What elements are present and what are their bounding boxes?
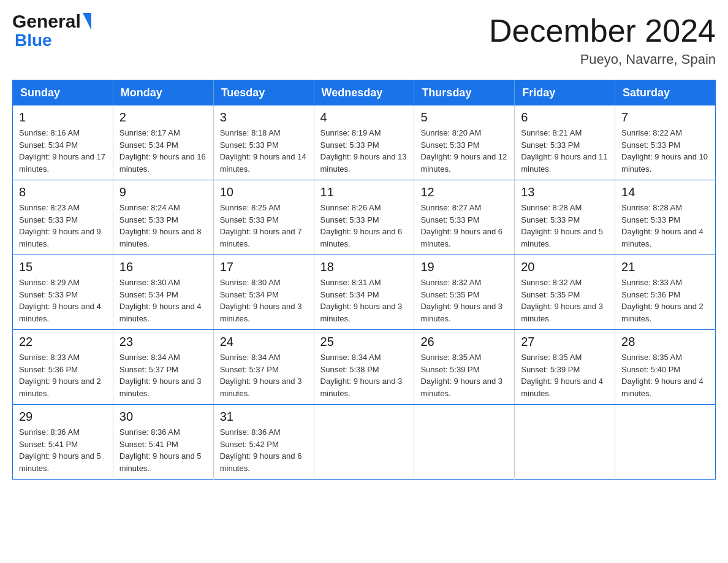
day-number: 19 xyxy=(420,260,508,274)
week-row-3: 15 Sunrise: 8:29 AM Sunset: 5:33 PM Dayl… xyxy=(13,255,716,330)
calendar-cell: 10 Sunrise: 8:25 AM Sunset: 5:33 PM Dayl… xyxy=(213,180,314,255)
day-info: Sunrise: 8:20 AM Sunset: 5:33 PM Dayligh… xyxy=(420,127,508,175)
calendar-cell: 7 Sunrise: 8:22 AM Sunset: 5:33 PM Dayli… xyxy=(615,105,716,180)
day-number: 14 xyxy=(621,185,709,199)
day-number: 26 xyxy=(420,335,508,349)
day-number: 21 xyxy=(621,260,709,274)
week-row-2: 8 Sunrise: 8:23 AM Sunset: 5:33 PM Dayli… xyxy=(13,180,716,255)
day-number: 23 xyxy=(119,335,207,349)
calendar-cell: 22 Sunrise: 8:33 AM Sunset: 5:36 PM Dayl… xyxy=(13,330,113,405)
calendar-cell: 26 Sunrise: 8:35 AM Sunset: 5:39 PM Dayl… xyxy=(414,330,515,405)
calendar-cell: 24 Sunrise: 8:34 AM Sunset: 5:37 PM Dayl… xyxy=(213,330,314,405)
day-info: Sunrise: 8:22 AM Sunset: 5:33 PM Dayligh… xyxy=(621,127,709,175)
day-number: 15 xyxy=(19,260,107,274)
location-text: Pueyo, Navarre, Spain xyxy=(489,52,716,67)
day-info: Sunrise: 8:27 AM Sunset: 5:33 PM Dayligh… xyxy=(420,202,508,250)
day-number: 10 xyxy=(220,185,308,199)
calendar-cell: 30 Sunrise: 8:36 AM Sunset: 5:41 PM Dayl… xyxy=(113,405,213,480)
day-info: Sunrise: 8:36 AM Sunset: 5:41 PM Dayligh… xyxy=(19,426,107,474)
month-title: December 2024 xyxy=(489,12,716,49)
weekday-header-saturday: Saturday xyxy=(615,80,716,106)
calendar-cell: 27 Sunrise: 8:35 AM Sunset: 5:39 PM Dayl… xyxy=(515,330,615,405)
day-number: 27 xyxy=(521,335,609,349)
calendar-cell: 4 Sunrise: 8:19 AM Sunset: 5:33 PM Dayli… xyxy=(314,105,414,180)
calendar-cell: 2 Sunrise: 8:17 AM Sunset: 5:34 PM Dayli… xyxy=(113,105,213,180)
day-number: 24 xyxy=(220,335,308,349)
day-info: Sunrise: 8:18 AM Sunset: 5:33 PM Dayligh… xyxy=(220,127,308,175)
day-number: 16 xyxy=(119,260,207,274)
day-number: 17 xyxy=(220,260,308,274)
calendar-cell: 15 Sunrise: 8:29 AM Sunset: 5:33 PM Dayl… xyxy=(13,255,113,330)
calendar-cell: 25 Sunrise: 8:34 AM Sunset: 5:38 PM Dayl… xyxy=(314,330,414,405)
day-info: Sunrise: 8:35 AM Sunset: 5:39 PM Dayligh… xyxy=(521,351,609,399)
weekday-header-wednesday: Wednesday xyxy=(314,80,414,106)
calendar-cell xyxy=(515,405,615,480)
day-info: Sunrise: 8:32 AM Sunset: 5:35 PM Dayligh… xyxy=(420,277,508,324)
calendar-table: SundayMondayTuesdayWednesdayThursdayFrid… xyxy=(12,80,716,480)
calendar-cell xyxy=(414,405,515,480)
weekday-header-thursday: Thursday xyxy=(414,80,515,106)
calendar-cell: 13 Sunrise: 8:28 AM Sunset: 5:33 PM Dayl… xyxy=(515,180,615,255)
page-header: General Blue December 2024 Pueyo, Navarr… xyxy=(12,12,716,67)
day-info: Sunrise: 8:32 AM Sunset: 5:35 PM Dayligh… xyxy=(521,277,609,324)
calendar-cell: 11 Sunrise: 8:26 AM Sunset: 5:33 PM Dayl… xyxy=(314,180,414,255)
day-info: Sunrise: 8:34 AM Sunset: 5:37 PM Dayligh… xyxy=(220,351,308,399)
day-info: Sunrise: 8:30 AM Sunset: 5:34 PM Dayligh… xyxy=(220,277,308,324)
day-number: 31 xyxy=(220,410,308,424)
day-number: 4 xyxy=(320,110,408,124)
calendar-cell xyxy=(314,405,414,480)
day-info: Sunrise: 8:31 AM Sunset: 5:34 PM Dayligh… xyxy=(320,277,408,324)
day-info: Sunrise: 8:25 AM Sunset: 5:33 PM Dayligh… xyxy=(220,202,308,250)
week-row-1: 1 Sunrise: 8:16 AM Sunset: 5:34 PM Dayli… xyxy=(13,105,716,180)
day-number: 8 xyxy=(19,185,107,199)
calendar-cell: 12 Sunrise: 8:27 AM Sunset: 5:33 PM Dayl… xyxy=(414,180,515,255)
day-info: Sunrise: 8:33 AM Sunset: 5:36 PM Dayligh… xyxy=(621,277,709,324)
logo-blue-text: Blue xyxy=(12,31,52,50)
weekday-header-row: SundayMondayTuesdayWednesdayThursdayFrid… xyxy=(13,80,716,106)
weekday-header-monday: Monday xyxy=(113,80,213,106)
day-number: 30 xyxy=(119,410,207,424)
day-info: Sunrise: 8:34 AM Sunset: 5:38 PM Dayligh… xyxy=(320,351,408,399)
calendar-cell: 8 Sunrise: 8:23 AM Sunset: 5:33 PM Dayli… xyxy=(13,180,113,255)
logo: General Blue xyxy=(12,12,92,50)
calendar-cell: 20 Sunrise: 8:32 AM Sunset: 5:35 PM Dayl… xyxy=(515,255,615,330)
calendar-cell: 28 Sunrise: 8:35 AM Sunset: 5:40 PM Dayl… xyxy=(615,330,716,405)
calendar-cell: 6 Sunrise: 8:21 AM Sunset: 5:33 PM Dayli… xyxy=(515,105,615,180)
day-info: Sunrise: 8:21 AM Sunset: 5:33 PM Dayligh… xyxy=(521,127,609,175)
weekday-header-sunday: Sunday xyxy=(13,80,113,106)
day-info: Sunrise: 8:24 AM Sunset: 5:33 PM Dayligh… xyxy=(119,202,207,250)
day-info: Sunrise: 8:28 AM Sunset: 5:33 PM Dayligh… xyxy=(521,202,609,250)
day-info: Sunrise: 8:26 AM Sunset: 5:33 PM Dayligh… xyxy=(320,202,408,250)
title-block: December 2024 Pueyo, Navarre, Spain xyxy=(489,12,716,67)
calendar-cell: 18 Sunrise: 8:31 AM Sunset: 5:34 PM Dayl… xyxy=(314,255,414,330)
calendar-cell: 23 Sunrise: 8:34 AM Sunset: 5:37 PM Dayl… xyxy=(113,330,213,405)
day-number: 25 xyxy=(320,335,408,349)
calendar-cell: 31 Sunrise: 8:36 AM Sunset: 5:42 PM Dayl… xyxy=(213,405,314,480)
day-number: 2 xyxy=(119,110,207,124)
day-info: Sunrise: 8:19 AM Sunset: 5:33 PM Dayligh… xyxy=(320,127,408,175)
day-number: 11 xyxy=(320,185,408,199)
day-info: Sunrise: 8:30 AM Sunset: 5:34 PM Dayligh… xyxy=(119,277,207,324)
logo-general-text: General xyxy=(12,12,81,31)
day-info: Sunrise: 8:36 AM Sunset: 5:42 PM Dayligh… xyxy=(220,426,308,474)
day-number: 29 xyxy=(19,410,107,424)
weekday-header-tuesday: Tuesday xyxy=(213,80,314,106)
week-row-4: 22 Sunrise: 8:33 AM Sunset: 5:36 PM Dayl… xyxy=(13,330,716,405)
calendar-cell: 21 Sunrise: 8:33 AM Sunset: 5:36 PM Dayl… xyxy=(615,255,716,330)
day-number: 6 xyxy=(521,110,609,124)
day-number: 18 xyxy=(320,260,408,274)
day-info: Sunrise: 8:29 AM Sunset: 5:33 PM Dayligh… xyxy=(19,277,107,324)
calendar-cell: 19 Sunrise: 8:32 AM Sunset: 5:35 PM Dayl… xyxy=(414,255,515,330)
day-number: 20 xyxy=(521,260,609,274)
calendar-cell: 5 Sunrise: 8:20 AM Sunset: 5:33 PM Dayli… xyxy=(414,105,515,180)
calendar-cell: 1 Sunrise: 8:16 AM Sunset: 5:34 PM Dayli… xyxy=(13,105,113,180)
day-number: 13 xyxy=(521,185,609,199)
day-info: Sunrise: 8:34 AM Sunset: 5:37 PM Dayligh… xyxy=(119,351,207,399)
day-number: 12 xyxy=(420,185,508,199)
day-info: Sunrise: 8:33 AM Sunset: 5:36 PM Dayligh… xyxy=(19,351,107,399)
day-number: 7 xyxy=(621,110,709,124)
weekday-header-friday: Friday xyxy=(515,80,615,106)
calendar-cell: 16 Sunrise: 8:30 AM Sunset: 5:34 PM Dayl… xyxy=(113,255,213,330)
day-info: Sunrise: 8:28 AM Sunset: 5:33 PM Dayligh… xyxy=(621,202,709,250)
day-number: 1 xyxy=(19,110,107,124)
